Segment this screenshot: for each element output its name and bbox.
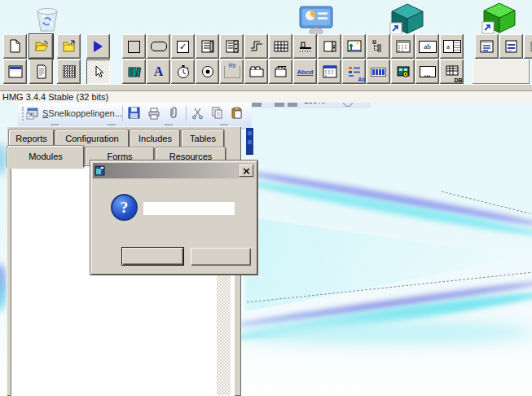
recycle-bin-icon[interactable]	[29, 2, 64, 37]
dither-grid-icon	[63, 65, 76, 78]
shortcut-menu-label[interactable]: SSnelkoppelingen...	[42, 108, 122, 118]
label-control-icon	[128, 41, 140, 53]
label-control-button[interactable]	[122, 34, 146, 59]
question-glyph: ?	[121, 199, 129, 217]
browse-dots-icon: ...	[420, 66, 436, 77]
tab-label: Reports	[15, 134, 47, 143]
app-shortcut-green-icon[interactable]	[481, 2, 518, 37]
close-button[interactable]: ×	[240, 165, 253, 177]
slider-control-button[interactable]	[293, 34, 317, 59]
property-list-letters: Ab	[358, 77, 365, 82]
help-question-icon: ?	[111, 194, 138, 221]
font-button[interactable]: A	[147, 59, 170, 84]
paste-icon[interactable]	[230, 106, 244, 121]
dialog-titlebar[interactable]: ×	[93, 163, 255, 178]
datepicker-control-button[interactable]	[318, 59, 341, 84]
groupbox-letters: Rb	[228, 63, 237, 68]
player-icon	[395, 64, 411, 80]
browse-dialog-button[interactable]: ...	[415, 59, 439, 84]
tab-label: Configuration	[65, 134, 118, 143]
partial-icon	[252, 103, 262, 107]
dialog-message	[143, 202, 235, 215]
toolbar-drag-handle[interactable]	[22, 107, 24, 121]
monthcal-control-button[interactable]	[391, 34, 415, 59]
timer-button[interactable]	[171, 59, 195, 84]
tree-control-icon	[371, 38, 387, 55]
dbgrid-letters: DB	[454, 77, 462, 83]
shortcut-menu-icon	[26, 106, 40, 120]
background-app-toolbar: SSnelkoppelingen...	[18, 103, 252, 129]
tree-control-button[interactable]	[367, 34, 390, 59]
run-button[interactable]	[86, 34, 110, 59]
radiobutton-control-button[interactable]	[196, 59, 219, 84]
print-icon[interactable]	[147, 106, 161, 121]
grid-control-button[interactable]	[269, 34, 292, 59]
toolbar-control-button[interactable]	[475, 34, 499, 59]
app-shortcut-teal-icon[interactable]	[389, 2, 426, 38]
clipped-control-button[interactable]	[524, 34, 532, 59]
property-list-control-button[interactable]: Ab	[342, 59, 366, 84]
tab-control-button[interactable]	[244, 59, 268, 84]
slider-control-icon	[297, 38, 314, 55]
combo-edit-control-button[interactable]: a	[440, 34, 464, 59]
attachment-icon[interactable]	[166, 106, 181, 121]
form-button[interactable]	[3, 59, 27, 84]
close-folder-button[interactable]	[57, 34, 81, 59]
dialog-window-icon	[95, 165, 105, 176]
tab-configuration[interactable]: Configuration	[55, 129, 130, 147]
groupbox-control-button[interactable]: Rb	[220, 59, 244, 84]
hidden-toolbar-dash	[51, 124, 59, 125]
radiobutton-icon	[200, 64, 216, 80]
library-button[interactable]	[122, 59, 146, 84]
new-document-icon	[7, 38, 24, 55]
tab-modules[interactable]: Modules	[7, 145, 85, 167]
timer-icon	[175, 64, 191, 80]
hidden-toolbar-dash	[220, 124, 228, 125]
player-control-button[interactable]	[391, 59, 415, 84]
partial-icon	[275, 103, 284, 107]
tab-tables[interactable]: Tables	[181, 129, 225, 147]
font-icon: A	[154, 65, 164, 78]
textbox-control-button[interactable]: ab	[415, 34, 439, 59]
statusbar-control-button[interactable]	[499, 34, 523, 59]
spinner-control-button[interactable]	[318, 34, 341, 59]
listbox-control-icon	[200, 38, 216, 55]
select-cursor-button[interactable]	[86, 59, 110, 84]
new-button[interactable]	[3, 34, 27, 59]
progressbar-control-button[interactable]	[367, 59, 390, 84]
toolbar-control-icon	[479, 38, 495, 55]
cut-icon[interactable]	[191, 106, 205, 121]
hidden-toolbar-dash	[165, 124, 173, 125]
listbox-control-button[interactable]	[196, 34, 219, 59]
toolbar-bottom-strip	[0, 84, 532, 90]
tab-includes[interactable]: Includes	[130, 129, 181, 147]
run-icon	[94, 41, 103, 52]
combo-edit-letter: a	[444, 41, 453, 52]
open-button[interactable]	[29, 34, 53, 59]
toolbar-separator	[186, 106, 187, 121]
image-control-button[interactable]	[342, 34, 366, 59]
wallpaper-swirl	[231, 321, 532, 344]
tab-reports[interactable]: Reports	[8, 129, 55, 147]
dialog-cancel-button[interactable]	[191, 248, 251, 266]
report-button[interactable]	[29, 59, 53, 84]
save-icon[interactable]	[127, 106, 142, 121]
button-control-button[interactable]	[147, 34, 170, 59]
form-icon	[7, 64, 24, 80]
checkbox-control-button[interactable]: ✓	[171, 34, 195, 59]
hyperlink-control-button[interactable]: Abcd	[293, 59, 317, 84]
bent-line-control-button[interactable]	[244, 34, 268, 59]
tab-label: Includes	[138, 134, 172, 143]
dbgrid-control-button[interactable]: DB	[440, 59, 464, 84]
animate-icon	[273, 64, 289, 80]
copy-icon[interactable]	[210, 106, 225, 121]
background-app-zoom-strip: 100%	[252, 103, 371, 108]
animate-control-button[interactable]	[269, 59, 292, 84]
dither-grid-button[interactable]	[57, 59, 81, 84]
close-icon: ×	[242, 165, 251, 176]
combobox-control-button[interactable]	[220, 34, 244, 59]
tab-label: Modules	[29, 152, 63, 161]
dialog-ok-button[interactable]	[121, 247, 184, 266]
folder-up-icon	[61, 38, 77, 55]
tab-label: Tables	[190, 134, 216, 143]
